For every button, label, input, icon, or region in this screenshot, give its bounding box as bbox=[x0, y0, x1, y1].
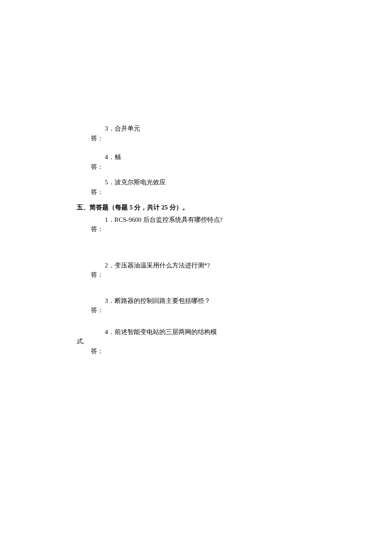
sec5-q4: 4．前述智能变电站的三层两网的结构模 bbox=[77, 326, 324, 337]
sec4-item-5: 5．波克尔斯电光效应 bbox=[77, 177, 324, 187]
document-page: 3．合并单元 答： 4．鲧 答： 5．波克尔斯电光效应 答： 五、简答题（每题 … bbox=[0, 0, 392, 356]
item-number: 5 bbox=[91, 177, 108, 187]
item-number: 3 bbox=[91, 124, 108, 134]
sec4-item-3: 3．合并单元 bbox=[77, 124, 324, 134]
item-number: 2 bbox=[91, 261, 108, 270]
item-text: ．鲧 bbox=[108, 154, 121, 160]
sec4-item-3-answer: 答： bbox=[77, 134, 324, 143]
section5-heading: 五、简答题（每题 5 分，共计 25 分）。 bbox=[77, 203, 324, 212]
sec5-q3: 3．断路器的控制回路主要包括哪些？ bbox=[77, 295, 324, 306]
question-text: ．变压器油温采用什么方法进行测*? bbox=[108, 262, 210, 269]
item-text: ．波克尔斯电光效应 bbox=[108, 179, 166, 186]
sec4-item-4: 4．鲧 bbox=[77, 152, 324, 162]
sec4-item-5-answer: 答： bbox=[77, 187, 324, 197]
question-text-line1: ．前述智能变电站的三层两网的结构模 bbox=[108, 328, 217, 335]
sec5-q4-answer: 答： bbox=[77, 346, 324, 356]
sec4-item-4-answer: 答： bbox=[77, 162, 324, 172]
item-number: 4 bbox=[91, 327, 108, 337]
question-text: ．断路器的控制回路主要包括哪些？ bbox=[108, 297, 210, 304]
sec5-q2-answer: 答： bbox=[77, 270, 324, 280]
sec5-q1-answer: 答： bbox=[77, 224, 324, 234]
question-text: ．RCS-9600 后台监控系统具有哪些特点? bbox=[108, 216, 223, 223]
item-number: 4 bbox=[91, 152, 108, 162]
sec5-q2: 2．变压器油温采用什么方法进行测*? bbox=[77, 260, 324, 270]
sec5-q3-answer: 答： bbox=[77, 305, 324, 315]
sec5-q1: 1．RCS-9600 后台监控系统具有哪些特点? bbox=[77, 214, 324, 225]
item-number: 3 bbox=[91, 296, 108, 306]
sec5-q4-wrap: 式. bbox=[77, 337, 324, 346]
item-text: ．合并单元 bbox=[108, 125, 140, 132]
item-number: 1 bbox=[91, 215, 108, 225]
